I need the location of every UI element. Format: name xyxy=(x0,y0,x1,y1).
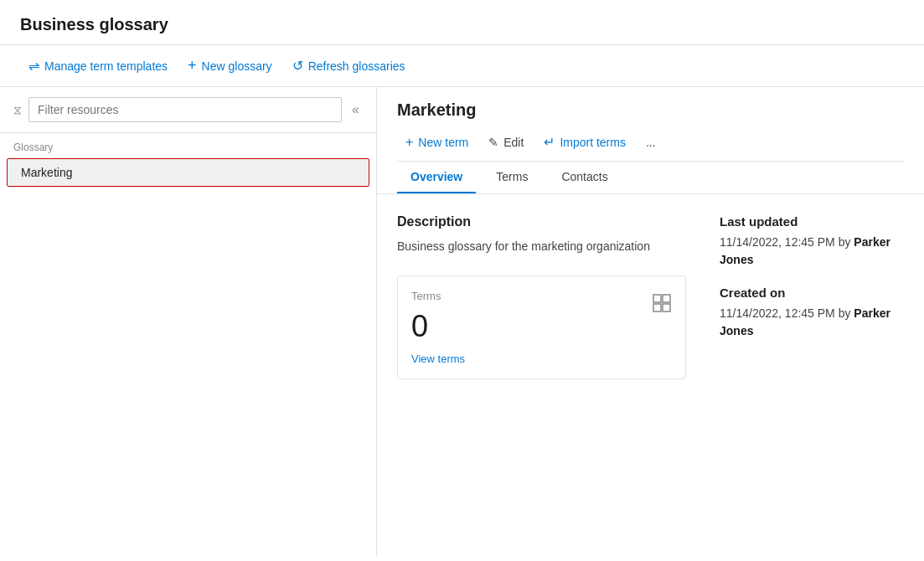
tabs-bar: Overview Terms Contacts xyxy=(377,162,924,194)
created-on-value: 11/14/2022, 12:45 PM by Parker Jones xyxy=(720,305,904,340)
refresh-icon: ↺ xyxy=(292,58,303,74)
more-options-button[interactable]: ... xyxy=(638,131,664,153)
view-terms-link[interactable]: View terms xyxy=(411,353,465,365)
manage-templates-label: Manage term templates xyxy=(44,59,168,73)
new-term-button[interactable]: + New term xyxy=(397,131,477,154)
last-updated-date: 11/14/2022, 12:45 PM by xyxy=(720,235,850,249)
edit-icon: ✎ xyxy=(488,136,498,149)
last-updated-value: 11/14/2022, 12:45 PM by Parker Jones xyxy=(720,234,904,269)
import-terms-label: Import terms xyxy=(560,136,626,149)
overview-content: Description Business glossary for the ma… xyxy=(377,194,924,399)
created-on-date: 11/14/2022, 12:45 PM by xyxy=(720,306,850,320)
edit-label: Edit xyxy=(503,136,524,149)
sidebar-item-marketing-label: Marketing xyxy=(21,166,72,179)
new-glossary-button[interactable]: + New glossary xyxy=(179,52,281,80)
new-glossary-label: New glossary xyxy=(202,59,272,73)
content-toolbar: + New term ✎ Edit ↵ Import terms ... xyxy=(397,130,904,162)
tab-contacts[interactable]: Contacts xyxy=(548,162,621,193)
top-toolbar: ⇌ Manage term templates + New glossary ↺… xyxy=(0,45,924,87)
content-header: Marketing + New term ✎ Edit ↵ Import ter… xyxy=(377,87,924,162)
filter-bar: ⧖ « xyxy=(0,87,376,133)
new-glossary-plus-icon: + xyxy=(188,57,197,75)
terms-card-left: Terms 0 View terms xyxy=(411,290,465,365)
terms-card-label: Terms xyxy=(411,290,465,302)
tab-overview[interactable]: Overview xyxy=(397,162,476,193)
overview-right: Last updated 11/14/2022, 12:45 PM by Par… xyxy=(720,214,904,379)
new-term-plus-icon: + xyxy=(405,135,413,150)
created-on-label: Created on xyxy=(720,286,904,300)
tab-terms[interactable]: Terms xyxy=(483,162,541,193)
svg-rect-2 xyxy=(653,304,661,311)
grid-icon xyxy=(652,293,672,317)
content-panel: Marketing + New term ✎ Edit ↵ Import ter… xyxy=(377,87,924,556)
sidebar-item-marketing[interactable]: Marketing xyxy=(7,158,369,187)
manage-templates-button[interactable]: ⇌ Manage term templates xyxy=(20,53,176,79)
created-on-section: Created on 11/14/2022, 12:45 PM by Parke… xyxy=(720,286,904,340)
main-layout: ⧖ « Glossary Marketing Marketing + New t… xyxy=(0,87,924,556)
glossary-section-label: Glossary xyxy=(0,133,376,157)
collapse-icon: « xyxy=(352,102,359,116)
manage-templates-icon: ⇌ xyxy=(28,58,39,74)
last-updated-section: Last updated 11/14/2022, 12:45 PM by Par… xyxy=(720,214,904,269)
sidebar: ⧖ « Glossary Marketing xyxy=(0,87,377,556)
description-label: Description xyxy=(397,214,686,229)
new-term-label: New term xyxy=(418,136,468,149)
content-title: Marketing xyxy=(397,100,904,120)
refresh-label: Refresh glossaries xyxy=(308,59,405,73)
import-terms-button[interactable]: ↵ Import terms xyxy=(535,130,634,154)
filter-icon: ⧖ xyxy=(13,103,22,117)
svg-rect-0 xyxy=(653,295,661,302)
terms-card: Terms 0 View terms xyxy=(397,275,686,379)
edit-button[interactable]: ✎ Edit xyxy=(480,131,532,153)
description-text: Business glossary for the marketing orga… xyxy=(397,238,686,255)
filter-resources-input[interactable] xyxy=(28,97,342,122)
more-options-icon: ... xyxy=(646,136,656,149)
svg-rect-1 xyxy=(663,295,670,302)
overview-left: Description Business glossary for the ma… xyxy=(397,214,686,379)
refresh-glossaries-button[interactable]: ↺ Refresh glossaries xyxy=(284,53,414,79)
import-icon: ↵ xyxy=(544,134,555,150)
last-updated-label: Last updated xyxy=(720,214,904,229)
terms-count: 0 xyxy=(411,309,465,344)
page-title: Business glossary xyxy=(20,15,904,34)
svg-rect-3 xyxy=(663,304,670,311)
collapse-sidebar-button[interactable]: « xyxy=(348,99,363,121)
